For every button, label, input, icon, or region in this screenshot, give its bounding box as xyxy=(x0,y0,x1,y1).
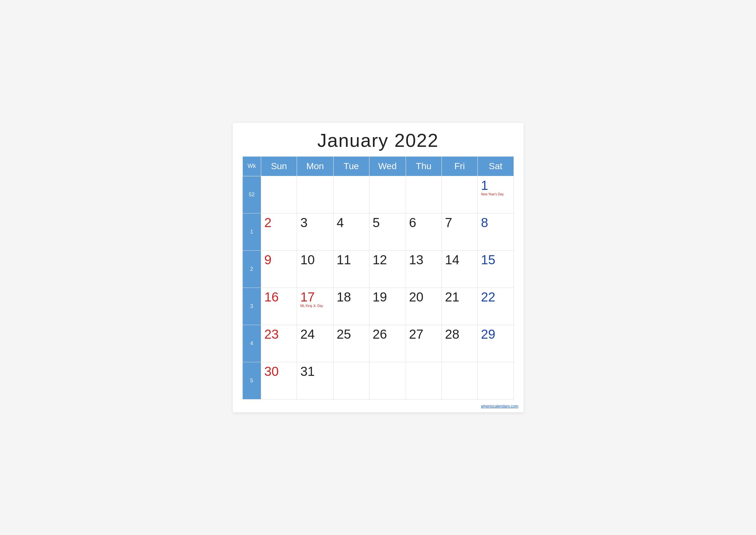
header-sun: Sun xyxy=(261,156,297,176)
week-row: 31617ML King Jr. Day1819202122 xyxy=(242,288,514,325)
day-number: 26 xyxy=(373,328,402,341)
day-cell: 29 xyxy=(478,325,514,362)
week-row: 423242526272829 xyxy=(242,325,514,362)
day-cell: 3 xyxy=(297,213,333,250)
week-number: 4 xyxy=(242,325,261,362)
day-number: 18 xyxy=(337,291,366,303)
day-cell: 22 xyxy=(478,288,514,325)
calendar-title: January 2022 xyxy=(242,129,514,151)
day-number: 27 xyxy=(409,328,438,341)
day-cell xyxy=(297,176,333,213)
day-number: 12 xyxy=(373,253,402,266)
day-cell: 7 xyxy=(442,213,477,250)
day-number: 24 xyxy=(300,328,330,341)
week-number: 3 xyxy=(242,288,261,325)
header-thu: Thu xyxy=(406,156,442,176)
header-sat: Sat xyxy=(478,156,514,176)
day-cell: 26 xyxy=(369,325,406,362)
day-cell: 31 xyxy=(297,362,333,399)
day-number: 19 xyxy=(373,291,402,303)
day-number: 17 xyxy=(300,291,330,303)
week-row: 53031 xyxy=(242,362,514,399)
day-number: 25 xyxy=(337,328,366,341)
day-cell: 16 xyxy=(261,288,297,325)
week-number: 52 xyxy=(242,176,261,213)
day-cell xyxy=(478,362,514,399)
day-number: 4 xyxy=(337,216,366,229)
day-cell: 24 xyxy=(297,325,333,362)
day-cell: 2 xyxy=(261,213,297,250)
day-cell: 28 xyxy=(442,325,477,362)
day-cell: 9 xyxy=(261,250,297,288)
day-cell: 15 xyxy=(478,250,514,288)
day-cell: 25 xyxy=(333,325,369,362)
day-cell xyxy=(406,362,442,399)
day-number: 23 xyxy=(264,328,294,341)
day-number: 6 xyxy=(409,216,438,229)
day-number: 28 xyxy=(445,328,474,341)
day-number: 10 xyxy=(300,253,330,266)
day-number: 5 xyxy=(373,216,402,229)
header-wed: Wed xyxy=(369,156,406,176)
day-cell xyxy=(442,176,477,213)
day-cell: 19 xyxy=(369,288,406,325)
day-cell: 23 xyxy=(261,325,297,362)
week-row: 12345678 xyxy=(242,213,514,250)
day-cell: 14 xyxy=(442,250,477,288)
watermark-link[interactable]: wheniscalendars.com xyxy=(481,404,518,408)
day-cell: 5 xyxy=(369,213,406,250)
day-cell xyxy=(333,362,369,399)
day-number: 14 xyxy=(445,253,474,266)
day-number: 3 xyxy=(300,216,330,229)
week-number: 2 xyxy=(242,250,261,288)
day-cell: 13 xyxy=(406,250,442,288)
day-cell: 11 xyxy=(333,250,369,288)
day-cell xyxy=(406,176,442,213)
day-cell xyxy=(442,362,477,399)
day-cell xyxy=(369,362,406,399)
day-cell: 1New Year's Day xyxy=(478,176,514,213)
header-mon: Mon xyxy=(297,156,333,176)
day-cell: 12 xyxy=(369,250,406,288)
day-number: 30 xyxy=(264,365,294,378)
day-cell xyxy=(333,176,369,213)
day-cell: 30 xyxy=(261,362,297,399)
day-number: 15 xyxy=(481,253,510,266)
day-cell: 18 xyxy=(333,288,369,325)
day-number: 20 xyxy=(409,291,438,303)
day-number: 22 xyxy=(481,291,510,303)
watermark[interactable]: wheniscalendars.com xyxy=(481,404,518,408)
header-wk: Wk xyxy=(242,156,261,176)
holiday-label: ML King Jr. Day xyxy=(300,304,330,308)
day-cell: 10 xyxy=(297,250,333,288)
day-number: 7 xyxy=(445,216,474,229)
calendar-table: Wk Sun Mon Tue Wed Thu Fri Sat 521New Ye… xyxy=(242,156,514,400)
day-cell xyxy=(369,176,406,213)
header-fri: Fri xyxy=(442,156,477,176)
day-number: 9 xyxy=(264,253,294,266)
day-number: 8 xyxy=(481,216,510,229)
week-number: 1 xyxy=(242,213,261,250)
day-number: 16 xyxy=(264,291,294,303)
calendar-container: January 2022 Wk Sun Mon Tue Wed Thu Fri … xyxy=(233,123,524,412)
day-cell: 4 xyxy=(333,213,369,250)
day-number: 1 xyxy=(481,179,510,192)
holiday-label: New Year's Day xyxy=(481,192,510,196)
day-cell: 17ML King Jr. Day xyxy=(297,288,333,325)
day-number: 11 xyxy=(337,253,366,266)
day-cell: 27 xyxy=(406,325,442,362)
week-number: 5 xyxy=(242,362,261,399)
day-cell: 6 xyxy=(406,213,442,250)
header-row: Wk Sun Mon Tue Wed Thu Fri Sat xyxy=(242,156,514,176)
day-cell: 21 xyxy=(442,288,477,325)
day-number: 2 xyxy=(264,216,294,229)
header-tue: Tue xyxy=(333,156,369,176)
day-cell: 20 xyxy=(406,288,442,325)
day-number: 31 xyxy=(300,365,330,378)
week-row: 521New Year's Day xyxy=(242,176,514,213)
day-number: 21 xyxy=(445,291,474,303)
day-number: 29 xyxy=(481,328,510,341)
week-row: 29101112131415 xyxy=(242,250,514,288)
day-cell xyxy=(261,176,297,213)
day-number: 13 xyxy=(409,253,438,266)
